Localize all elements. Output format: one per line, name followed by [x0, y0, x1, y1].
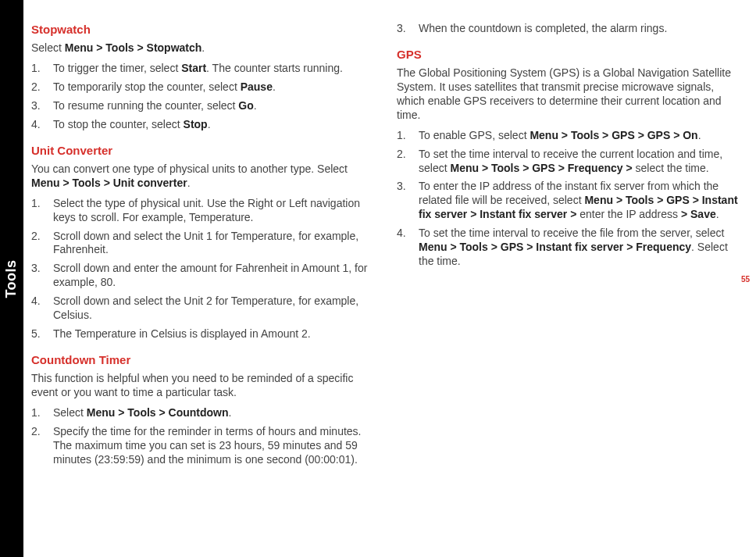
text: You can convert one type of physical uni…	[31, 162, 348, 175]
bold: > Save	[681, 208, 716, 220]
step-num: 1.	[397, 129, 419, 143]
step-num: 3.	[31, 99, 53, 113]
heading-unit-converter: Unit Converter	[31, 143, 375, 158]
stopwatch-steps: 1.To trigger the timer, select Start. Th…	[31, 62, 375, 132]
step-text: To stop the counter, select Stop.	[53, 118, 375, 132]
step-num: 3.	[397, 180, 419, 222]
countdown-steps-cont: 3.When the countdown is completed, the a…	[397, 22, 740, 36]
step-num: 2.	[31, 80, 53, 95]
list-item: 2.Specify the time for the reminder in t…	[31, 425, 375, 467]
list-item: 5.The Temperature in Celsius is displaye…	[31, 327, 375, 341]
list-item: 1.To trigger the timer, select Start. Th…	[31, 62, 375, 76]
text: .	[254, 99, 257, 112]
gps-steps: 1.To enable GPS, select Menu > Tools > G…	[397, 129, 740, 269]
unit-intro: You can convert one type of physical uni…	[31, 162, 375, 191]
step-text: Scroll down and select the Unit 2 for Te…	[53, 295, 375, 323]
bold: Go	[238, 99, 253, 112]
list-item: 3.To resume running the counter, select …	[31, 99, 375, 113]
step-text: To resume running the counter, select Go…	[53, 99, 375, 113]
bold: Menu > Tools > GPS > Instant fix server …	[419, 241, 691, 253]
list-item: 3.When the countdown is completed, the a…	[397, 22, 740, 36]
bold: Menu > Tools > GPS > GPS > On	[530, 129, 697, 141]
heading-countdown: Countdown Timer	[31, 352, 375, 367]
text: .	[229, 406, 232, 419]
text: enter the IP address	[576, 208, 681, 220]
tab-label: Tools	[3, 259, 20, 298]
step-num: 5.	[31, 327, 53, 341]
text: .	[187, 177, 191, 189]
section-stopwatch: Stopwatch Select Menu > Tools > Stopwatc…	[31, 22, 375, 132]
side-tab: Tools	[0, 0, 23, 557]
left-column: Stopwatch Select Menu > Tools > Stopwatc…	[31, 22, 375, 541]
text: To temporarily stop the counter, select	[53, 80, 241, 93]
step-text: Scroll down and enter the amount for Fah…	[53, 262, 375, 290]
text: To resume running the counter, select	[53, 99, 238, 112]
section-countdown: Countdown Timer This function is helpful…	[31, 352, 375, 467]
step-num: 2.	[31, 230, 53, 258]
text: Select	[31, 41, 65, 54]
text: To trigger the timer, select	[53, 62, 181, 74]
list-item: 4.To set the time interval to receive th…	[397, 227, 740, 269]
list-item: 3.To enter the IP address of the instant…	[397, 180, 740, 222]
text: select the time.	[633, 162, 709, 174]
text: .	[716, 208, 719, 220]
step-text: Select the type of physical unit. Use th…	[53, 197, 375, 225]
step-num: 4.	[397, 227, 419, 269]
step-num: 2.	[397, 148, 419, 176]
list-item: 3.Scroll down and enter the amount for F…	[31, 262, 375, 290]
section-gps: GPS The Global Positioning System (GPS) …	[397, 47, 740, 269]
section-unit-converter: Unit Converter You can convert one type …	[31, 143, 375, 341]
menu-path: Menu > Tools > Stopwatch	[65, 41, 202, 54]
step-text: Select Menu > Tools > Countdown.	[53, 406, 375, 420]
page-content: Stopwatch Select Menu > Tools > Stopwatc…	[31, 22, 740, 541]
step-num: 4.	[31, 118, 53, 132]
step-num: 1.	[31, 62, 53, 76]
bold: Menu > Tools > Countdown	[87, 406, 229, 419]
bold: Pause	[241, 80, 273, 93]
text: To set the time interval to receive the …	[419, 227, 724, 239]
step-text: To trigger the timer, select Start. The …	[53, 62, 375, 76]
step-text: When the countdown is completed, the ala…	[419, 22, 740, 36]
step-text: To enter the IP address of the instant f…	[419, 180, 740, 222]
list-item: 4.Scroll down and select the Unit 2 for …	[31, 295, 375, 323]
heading-stopwatch: Stopwatch	[31, 22, 375, 37]
step-num: 1.	[31, 406, 53, 420]
step-text: The Temperature in Celsius is displayed …	[53, 327, 375, 341]
list-item: 2.To temporarily stop the counter, selec…	[31, 80, 375, 95]
step-num: 2.	[31, 425, 53, 467]
list-item: 1.Select Menu > Tools > Countdown.	[31, 406, 375, 420]
unit-steps: 1.Select the type of physical unit. Use …	[31, 197, 375, 341]
text: .	[208, 118, 211, 130]
text: .	[273, 80, 276, 93]
bold: Stop	[184, 118, 208, 130]
list-item: 2.To set the time interval to receive th…	[397, 148, 740, 176]
list-item: 2.Scroll down and select the Unit 1 for …	[31, 230, 375, 258]
bold: Menu > Tools > GPS > Frequency >	[450, 162, 632, 174]
heading-gps: GPS	[397, 47, 740, 62]
text: . The counter starts running.	[206, 62, 343, 74]
stopwatch-intro: Select Menu > Tools > Stopwatch.	[31, 41, 375, 55]
right-column: 3.When the countdown is completed, the a…	[397, 22, 740, 541]
countdown-steps: 1.Select Menu > Tools > Countdown. 2.Spe…	[31, 406, 375, 467]
step-text: To temporarily stop the counter, select …	[53, 80, 375, 95]
text: .	[201, 41, 205, 54]
step-text: Specify the time for the reminder in ter…	[53, 425, 375, 467]
step-num: 4.	[31, 295, 53, 323]
step-text: To set the time interval to receive the …	[419, 227, 740, 269]
step-text: Scroll down and select the Unit 1 for Te…	[53, 230, 375, 258]
step-num: 3.	[31, 262, 53, 290]
step-num: 1.	[31, 197, 53, 225]
gps-intro: The Global Positioning System (GPS) is a…	[397, 66, 740, 123]
menu-path: Menu > Tools > Unit converter	[31, 177, 187, 189]
list-item: 4.To stop the counter, select Stop.	[31, 118, 375, 132]
list-item: 1.Select the type of physical unit. Use …	[31, 197, 375, 225]
list-item: 1.To enable GPS, select Menu > Tools > G…	[397, 129, 740, 143]
text: To stop the counter, select	[53, 118, 184, 130]
step-num: 3.	[397, 22, 419, 36]
step-text: To set the time interval to receive the …	[419, 148, 740, 176]
text: .	[698, 129, 701, 141]
step-text: To enable GPS, select Menu > Tools > GPS…	[419, 129, 740, 143]
text: Select	[53, 406, 87, 419]
page-number: 55	[741, 274, 750, 283]
bold: Start	[181, 62, 206, 74]
